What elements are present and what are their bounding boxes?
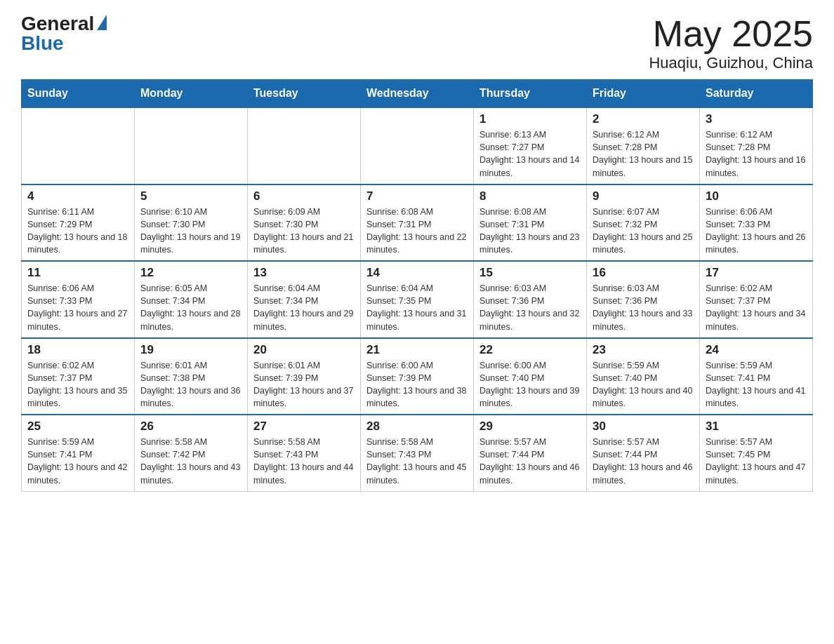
- day-number: 31: [706, 420, 807, 434]
- table-row: 10Sunrise: 6:06 AMSunset: 7:33 PMDayligh…: [700, 185, 813, 262]
- day-number: 28: [366, 420, 468, 434]
- page-header: General Blue May 2025 Huaqiu, Guizhou, C…: [21, 14, 813, 72]
- calendar-week-row: 11Sunrise: 6:06 AMSunset: 7:33 PMDayligh…: [22, 261, 813, 338]
- day-info: Sunrise: 6:10 AMSunset: 7:30 PMDaylight:…: [140, 206, 241, 257]
- calendar-week-row: 1Sunrise: 6:13 AMSunset: 7:27 PMDaylight…: [22, 107, 813, 185]
- table-row: 8Sunrise: 6:08 AMSunset: 7:31 PMDaylight…: [474, 185, 587, 262]
- table-row: 15Sunrise: 6:03 AMSunset: 7:36 PMDayligh…: [474, 261, 587, 338]
- day-number: 9: [593, 189, 694, 203]
- day-number: 22: [479, 343, 581, 357]
- weekday-header-row: Sunday Monday Tuesday Wednesday Thursday…: [22, 80, 813, 108]
- day-info: Sunrise: 5:57 AMSunset: 7:45 PMDaylight:…: [706, 436, 807, 487]
- day-number: 21: [366, 343, 468, 357]
- day-number: 8: [479, 189, 581, 203]
- day-number: 4: [27, 189, 128, 203]
- table-row: 14Sunrise: 6:04 AMSunset: 7:35 PMDayligh…: [361, 261, 474, 338]
- header-thursday: Thursday: [474, 80, 587, 108]
- day-info: Sunrise: 6:00 AMSunset: 7:40 PMDaylight:…: [479, 359, 581, 410]
- day-info: Sunrise: 6:07 AMSunset: 7:32 PMDaylight:…: [593, 206, 694, 257]
- logo-general: General: [21, 14, 94, 34]
- table-row: 18Sunrise: 6:02 AMSunset: 7:37 PMDayligh…: [22, 338, 135, 415]
- day-info: Sunrise: 6:03 AMSunset: 7:36 PMDaylight:…: [593, 282, 694, 333]
- day-number: 6: [253, 189, 355, 203]
- day-info: Sunrise: 6:11 AMSunset: 7:29 PMDaylight:…: [27, 206, 128, 257]
- day-number: 24: [706, 343, 807, 357]
- table-row: 4Sunrise: 6:11 AMSunset: 7:29 PMDaylight…: [22, 185, 135, 262]
- day-info: Sunrise: 5:58 AMSunset: 7:43 PMDaylight:…: [253, 436, 355, 487]
- day-info: Sunrise: 5:57 AMSunset: 7:44 PMDaylight:…: [593, 436, 694, 487]
- day-info: Sunrise: 5:58 AMSunset: 7:43 PMDaylight:…: [366, 436, 468, 487]
- day-info: Sunrise: 6:01 AMSunset: 7:38 PMDaylight:…: [140, 359, 241, 410]
- header-tuesday: Tuesday: [248, 80, 361, 108]
- table-row: 27Sunrise: 5:58 AMSunset: 7:43 PMDayligh…: [248, 415, 361, 491]
- day-number: 10: [706, 189, 807, 203]
- day-number: 26: [140, 420, 241, 434]
- day-number: 2: [593, 112, 694, 126]
- day-number: 15: [479, 266, 581, 280]
- day-info: Sunrise: 6:08 AMSunset: 7:31 PMDaylight:…: [366, 206, 468, 257]
- table-row: 7Sunrise: 6:08 AMSunset: 7:31 PMDaylight…: [361, 185, 474, 262]
- header-wednesday: Wednesday: [361, 80, 474, 108]
- day-number: 30: [593, 420, 694, 434]
- day-number: 27: [253, 420, 355, 434]
- day-info: Sunrise: 5:59 AMSunset: 7:41 PMDaylight:…: [27, 436, 128, 487]
- day-number: 7: [366, 189, 468, 203]
- logo: General Blue: [21, 14, 107, 53]
- day-number: 12: [140, 266, 241, 280]
- day-number: 23: [593, 343, 694, 357]
- table-row: [135, 107, 248, 185]
- table-row: 31Sunrise: 5:57 AMSunset: 7:45 PMDayligh…: [700, 415, 813, 491]
- table-row: 21Sunrise: 6:00 AMSunset: 7:39 PMDayligh…: [361, 338, 474, 415]
- table-row: 20Sunrise: 6:01 AMSunset: 7:39 PMDayligh…: [248, 338, 361, 415]
- logo-blue: Blue: [21, 34, 64, 53]
- table-row: 25Sunrise: 5:59 AMSunset: 7:41 PMDayligh…: [22, 415, 135, 491]
- calendar-title: May 2025: [649, 14, 813, 54]
- day-info: Sunrise: 6:03 AMSunset: 7:36 PMDaylight:…: [479, 282, 581, 333]
- day-info: Sunrise: 5:59 AMSunset: 7:40 PMDaylight:…: [593, 359, 694, 410]
- calendar-location: Huaqiu, Guizhou, China: [649, 54, 813, 72]
- day-number: 5: [140, 189, 241, 203]
- day-info: Sunrise: 6:02 AMSunset: 7:37 PMDaylight:…: [706, 282, 807, 333]
- day-info: Sunrise: 6:00 AMSunset: 7:39 PMDaylight:…: [366, 359, 468, 410]
- day-info: Sunrise: 6:12 AMSunset: 7:28 PMDaylight:…: [593, 128, 694, 180]
- table-row: 6Sunrise: 6:09 AMSunset: 7:30 PMDaylight…: [248, 185, 361, 262]
- day-number: 18: [27, 343, 128, 357]
- table-row: 30Sunrise: 5:57 AMSunset: 7:44 PMDayligh…: [587, 415, 700, 491]
- day-number: 3: [706, 112, 807, 126]
- table-row: 19Sunrise: 6:01 AMSunset: 7:38 PMDayligh…: [135, 338, 248, 415]
- table-row: 17Sunrise: 6:02 AMSunset: 7:37 PMDayligh…: [700, 261, 813, 338]
- day-info: Sunrise: 6:06 AMSunset: 7:33 PMDaylight:…: [706, 206, 807, 257]
- day-info: Sunrise: 5:57 AMSunset: 7:44 PMDaylight:…: [479, 436, 581, 487]
- day-number: 29: [479, 420, 581, 434]
- day-number: 19: [140, 343, 241, 357]
- table-row: 5Sunrise: 6:10 AMSunset: 7:30 PMDaylight…: [135, 185, 248, 262]
- calendar-week-row: 4Sunrise: 6:11 AMSunset: 7:29 PMDaylight…: [22, 185, 813, 262]
- logo-triangle-icon: [97, 15, 107, 30]
- day-number: 1: [479, 112, 581, 126]
- day-number: 20: [253, 343, 355, 357]
- table-row: 2Sunrise: 6:12 AMSunset: 7:28 PMDaylight…: [587, 107, 700, 185]
- table-row: 29Sunrise: 5:57 AMSunset: 7:44 PMDayligh…: [474, 415, 587, 491]
- day-number: 17: [706, 266, 807, 280]
- calendar-week-row: 25Sunrise: 5:59 AMSunset: 7:41 PMDayligh…: [22, 415, 813, 491]
- day-info: Sunrise: 5:58 AMSunset: 7:42 PMDaylight:…: [140, 436, 241, 487]
- calendar-week-row: 18Sunrise: 6:02 AMSunset: 7:37 PMDayligh…: [22, 338, 813, 415]
- table-row: [361, 107, 474, 185]
- day-number: 14: [366, 266, 468, 280]
- table-row: 11Sunrise: 6:06 AMSunset: 7:33 PMDayligh…: [22, 261, 135, 338]
- day-number: 11: [27, 266, 128, 280]
- title-block: May 2025 Huaqiu, Guizhou, China: [649, 14, 813, 72]
- day-info: Sunrise: 6:13 AMSunset: 7:27 PMDaylight:…: [479, 128, 581, 180]
- table-row: 13Sunrise: 6:04 AMSunset: 7:34 PMDayligh…: [248, 261, 361, 338]
- table-row: 12Sunrise: 6:05 AMSunset: 7:34 PMDayligh…: [135, 261, 248, 338]
- table-row: 26Sunrise: 5:58 AMSunset: 7:42 PMDayligh…: [135, 415, 248, 491]
- table-row: 1Sunrise: 6:13 AMSunset: 7:27 PMDaylight…: [474, 107, 587, 185]
- table-row: 22Sunrise: 6:00 AMSunset: 7:40 PMDayligh…: [474, 338, 587, 415]
- day-info: Sunrise: 5:59 AMSunset: 7:41 PMDaylight:…: [706, 359, 807, 410]
- header-sunday: Sunday: [22, 80, 135, 108]
- day-number: 16: [593, 266, 694, 280]
- table-row: 28Sunrise: 5:58 AMSunset: 7:43 PMDayligh…: [361, 415, 474, 491]
- day-info: Sunrise: 6:12 AMSunset: 7:28 PMDaylight:…: [706, 128, 807, 180]
- day-info: Sunrise: 6:04 AMSunset: 7:35 PMDaylight:…: [366, 282, 468, 333]
- day-info: Sunrise: 6:06 AMSunset: 7:33 PMDaylight:…: [27, 282, 128, 333]
